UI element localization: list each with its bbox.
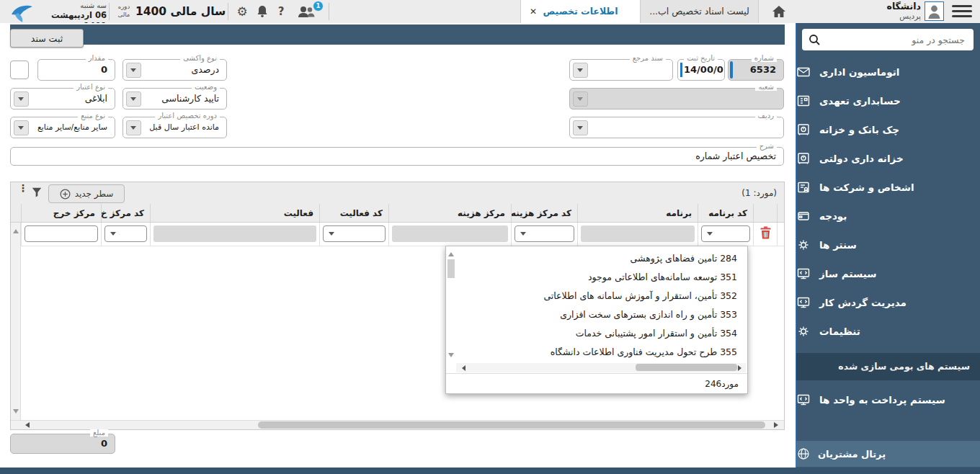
globe-icon	[796, 447, 811, 461]
header-cost-center[interactable]: مرکز هزینه	[388, 204, 511, 222]
field-value: 6532	[729, 60, 783, 80]
tab-label: لیست اسناد تخصیص اب...	[649, 6, 749, 17]
help-icon[interactable]: ?	[274, 0, 288, 23]
activity-code-dropdown[interactable]	[323, 225, 386, 242]
sidebar-item-bank-check-treasury[interactable]: چک بانک و خزانه	[796, 115, 980, 144]
scrollbar-thumb[interactable]	[636, 364, 737, 371]
dropdown-option[interactable]: 355 طرح تحول مدیریت فناوری اطلاعات دانشگ…	[456, 343, 747, 362]
scroll-down-arrow-icon[interactable]	[13, 409, 19, 416]
scroll-right-arrow-icon[interactable]	[738, 365, 744, 371]
tab-allocation-info[interactable]: ✕ اطلاعات تخصیص ابلاغی	[520, 0, 640, 23]
people-card-icon	[796, 180, 811, 194]
dropdown-option[interactable]: 284 تامین فضاهای پژوهشی	[456, 249, 747, 268]
header-activity[interactable]: فعالیت	[150, 204, 319, 222]
description-field[interactable]: شرح تخصیص اعتبار شماره	[10, 147, 784, 166]
ledger-icon	[796, 94, 811, 108]
hamburger-menu-icon[interactable]	[952, 5, 972, 18]
dropdown-option[interactable]: 351 توسعه سامانه‌های اطلاعاتی موجود	[456, 268, 747, 287]
user-avatar[interactable]	[925, 1, 944, 21]
sidebar-item-label: اشخاص و شرکت ها	[819, 182, 914, 193]
settings-gear-icon[interactable]: ⚙	[233, 0, 251, 23]
credit-allocation-period-select[interactable]: دوره تخصیص اعتبار مانده اعتبار سال قبل	[122, 117, 227, 138]
program-code-dropdown[interactable]	[701, 225, 750, 242]
filter-icon[interactable]	[31, 187, 43, 198]
kebab-menu-icon[interactable]: ⋮	[18, 186, 22, 200]
scrollbar-thumb[interactable]	[258, 421, 765, 429]
grid-vertical-scrollbar[interactable]	[11, 223, 21, 420]
sidebar-item-accrual-accounting[interactable]: حسابداری تعهدی	[796, 86, 980, 115]
notifications-bell-icon[interactable]	[254, 0, 271, 23]
scroll-right-arrow-icon[interactable]	[774, 422, 781, 428]
home-icon[interactable]	[768, 0, 790, 23]
status-select[interactable]: وضعیت تایید کارشناسی	[122, 88, 227, 109]
header-program-code[interactable]: کد برنامه	[698, 204, 753, 222]
sidebar-item-system-builder[interactable]: سیستم ساز	[796, 259, 980, 288]
credit-type-select[interactable]: نوع اعتبار ابلاغی	[10, 88, 115, 109]
sidebar-item-label: بودجه	[819, 210, 847, 222]
sidebar-item-government-treasury[interactable]: خزانه داری دولتی	[796, 144, 980, 173]
sidebar-section-localized-systems[interactable]: سیستم های بومی سازی شده	[796, 353, 980, 380]
reference-document-select[interactable]: سند مرجع	[569, 59, 673, 81]
new-row-button[interactable]: سطر جدید	[48, 184, 125, 203]
dropdown-option[interactable]: 354 تأمین و استقرار امور پشتیبانی خدمات	[456, 324, 747, 343]
tab-allocation-documents-list[interactable]: لیست اسناد تخصیص اب...	[640, 0, 759, 23]
grid-header-row: کد برنامه برنامه کد مرکز هزینه مرکز هزین…	[11, 204, 784, 223]
close-tab-icon[interactable]: ✕	[530, 0, 537, 23]
chevron-down-icon[interactable]	[108, 228, 119, 239]
safe-icon	[796, 122, 811, 137]
delete-row-trash-icon[interactable]	[760, 226, 771, 239]
cost-center-code-dropdown[interactable]	[514, 225, 574, 242]
sidebar-item-workflow-management[interactable]: مدیریت گردش کار	[796, 288, 980, 317]
source-type-select[interactable]: نوع منبع سایر منابع/سایر منابع	[10, 117, 115, 138]
sidebar-item-budget[interactable]: بودجه	[796, 202, 980, 231]
save-document-button[interactable]: ثبت سند	[10, 29, 84, 48]
dropdown-vertical-scrollbar[interactable]	[447, 248, 455, 360]
header-spend-center-code[interactable]: کد مرکز خ...	[101, 204, 150, 222]
dropdown-horizontal-scrollbar[interactable]	[456, 363, 746, 372]
dropdown-option[interactable]: 352 تأمین، استقرار و آموزش سامانه های اط…	[456, 287, 747, 305]
grid-horizontal-scrollbar[interactable]	[11, 420, 784, 429]
chevron-down-icon[interactable]	[326, 228, 337, 239]
sidebar-item-people-companies[interactable]: اشخاص و شرکت ها	[796, 173, 980, 202]
safe-icon	[796, 151, 811, 166]
new-row-label: سطر جدید	[75, 189, 114, 199]
sidebar-item-settings[interactable]: تنظیمات	[796, 317, 980, 346]
header-spend-center[interactable]: مرکز خرج	[21, 204, 101, 222]
sidebar-item-office-automation[interactable]: اتوماسیون اداری	[796, 58, 980, 86]
header-program[interactable]: برنامه	[577, 204, 698, 222]
quantity-field[interactable]: مقدار 0	[37, 59, 115, 81]
scroll-up-arrow-icon[interactable]	[13, 226, 19, 233]
dropdown-option[interactable]: 353 تأمین و راه اندازی بسترهای سخت افزار…	[456, 305, 747, 324]
spend-center-code-cell	[101, 223, 150, 246]
scroll-left-arrow-icon[interactable]	[22, 422, 30, 428]
header-cost-center-code[interactable]: کد مرکز هزینه	[511, 204, 577, 222]
bottom-status-bar	[0, 468, 980, 474]
registration-date-field[interactable]: تاریخ ثبت 14/00/01	[677, 59, 725, 81]
divider	[109, 3, 110, 20]
sidebar-item-unit-payment-system[interactable]: سیستم پرداخت به واحد ها	[796, 385, 980, 414]
chevron-down-icon[interactable]	[518, 228, 529, 239]
header-activity-code[interactable]: کد فعالیت	[319, 204, 388, 222]
divider	[228, 3, 228, 20]
chevron-down-icon[interactable]	[705, 228, 716, 239]
spend-center-input[interactable]	[24, 225, 98, 242]
grid-toolbar: (مورد: 1) ⋮ سطر جدید	[11, 182, 784, 205]
organization-name: دانشگاه	[869, 1, 921, 12]
scroll-down-arrow-icon[interactable]	[448, 353, 454, 360]
sidebar-item-customers-portal[interactable]: پرتال مشتریان	[796, 441, 980, 467]
cost-center-readonly	[392, 225, 508, 242]
scroll-left-arrow-icon[interactable]	[459, 365, 466, 371]
plus-circle-icon	[60, 189, 71, 200]
row-select[interactable]: ردیف	[569, 117, 784, 138]
organization-branch: پردیس	[869, 12, 921, 21]
spend-center-code-dropdown[interactable]	[104, 225, 147, 242]
header-actions	[753, 204, 777, 222]
sidebar-item-centers[interactable]: سنتر ها	[796, 231, 980, 259]
checkbox[interactable]	[10, 61, 29, 79]
scrollbar-thumb[interactable]	[447, 259, 455, 278]
field-value	[570, 117, 783, 138]
scroll-up-arrow-icon[interactable]	[448, 249, 454, 256]
row-spacer	[777, 223, 784, 246]
fetch-type-select[interactable]: نوع واکشی درصدی	[122, 59, 227, 81]
search-input[interactable]	[802, 29, 974, 50]
